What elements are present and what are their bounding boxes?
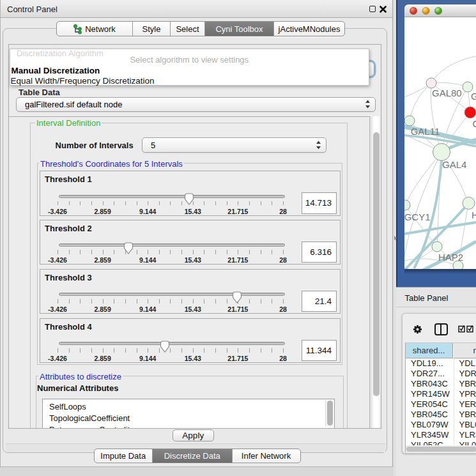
svg-text:GAL4: GAL4 [442, 159, 466, 170]
svg-text:GCY1: GCY1 [404, 211, 431, 222]
svg-text:C: C [473, 118, 476, 129]
svg-text:HAP2: HAP2 [438, 252, 463, 263]
svg-text:GAL11: GAL11 [411, 126, 440, 137]
svg-text:GAL80: GAL80 [432, 88, 462, 98]
svg-text:GA: GA [471, 91, 476, 102]
svg-text:H: H [472, 210, 476, 220]
